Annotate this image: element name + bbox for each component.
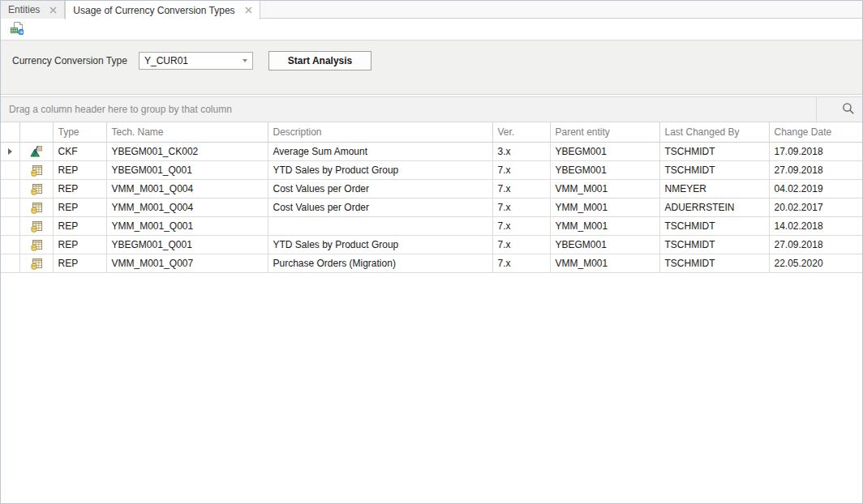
cell-type[interactable]: REP — [53, 179, 106, 198]
row-indicator-arrow — [8, 148, 12, 155]
cell-change-date[interactable]: 22.05.2020 — [769, 254, 862, 272]
report-icon — [30, 220, 43, 231]
cell-type[interactable]: REP — [53, 235, 106, 254]
cell-description[interactable] — [268, 216, 492, 235]
table-row[interactable]: CKF YBEGM001_CK002 Average Sum Amount 3.… — [1, 142, 862, 160]
cell-parent-entity[interactable]: YBEGM001 — [550, 235, 659, 254]
cell-tech-name[interactable]: YBEGM001_CK002 — [106, 142, 268, 160]
icon-column-header — [19, 122, 53, 142]
cell-parent-entity[interactable]: YBEGM001 — [550, 160, 659, 179]
cell-parent-entity[interactable]: YMM_M001 — [550, 198, 659, 216]
row-type-icon-cell — [19, 216, 53, 235]
cell-change-date[interactable]: 27.09.2018 — [769, 235, 862, 254]
cell-description[interactable]: Cost Values per Order — [268, 198, 492, 216]
cell-ver[interactable]: 7.x — [492, 235, 550, 254]
table-row[interactable]: REP VMM_M001_Q007 Purchase Orders (Migra… — [1, 254, 862, 272]
cell-change-date[interactable]: 17.09.2018 — [769, 142, 862, 160]
toolbar — [1, 19, 862, 40]
row-type-icon-cell — [19, 179, 53, 198]
table-row[interactable]: REP YMM_M001_Q004 Cost Values per Order … — [1, 198, 862, 216]
report-icon — [30, 182, 43, 194]
cell-ver[interactable]: 7.x — [492, 216, 550, 235]
tab-entities[interactable]: Entities — [1, 1, 65, 19]
column-header-parent-entity[interactable]: Parent entity — [550, 122, 659, 142]
cell-type[interactable]: CKF — [53, 142, 106, 160]
table-row[interactable]: REP VMM_M001_Q004 Cost Values per Order … — [1, 179, 862, 198]
cell-description[interactable]: YTD Sales by Product Group — [268, 160, 492, 179]
close-icon[interactable] — [49, 6, 57, 14]
analysis-parameter-panel: Currency Conversion Type Y_CUR01 Start A… — [1, 40, 862, 95]
cell-tech-name[interactable]: YBEGM001_Q001 — [106, 160, 268, 179]
cell-tech-name[interactable]: VMM_M001_Q007 — [106, 254, 268, 272]
cell-change-date[interactable]: 20.02.2017 — [769, 198, 862, 216]
cell-type[interactable]: REP — [53, 198, 106, 216]
chevron-down-icon[interactable] — [238, 53, 252, 69]
row-indicator-cell — [1, 179, 19, 198]
column-header-ver[interactable]: Ver. — [492, 122, 550, 142]
cell-tech-name[interactable]: YMM_M001_Q001 — [106, 216, 268, 235]
tab-usage-of-currency-conversion-types[interactable]: Usage of Currency Conversion Types — [65, 1, 260, 19]
cell-parent-entity[interactable]: VMM_M001 — [550, 179, 659, 198]
start-analysis-button[interactable]: Start Analysis — [268, 51, 371, 70]
cell-type[interactable]: REP — [53, 160, 106, 179]
cell-description[interactable]: Purchase Orders (Migration) — [268, 254, 492, 272]
cell-last-changed-by[interactable]: ADUERRSTEIN — [659, 198, 769, 216]
cell-description[interactable]: Average Sum Amount — [268, 142, 492, 160]
cell-parent-entity[interactable]: VMM_M001 — [550, 254, 659, 272]
calculated-key-figure-icon — [30, 145, 43, 156]
cell-parent-entity[interactable]: YBEGM001 — [550, 142, 659, 160]
cell-tech-name[interactable]: YMM_M001_Q004 — [106, 198, 268, 216]
column-header-last-changed-by[interactable]: Last Changed By — [659, 122, 769, 142]
close-icon[interactable] — [245, 6, 252, 14]
row-type-icon-cell — [19, 254, 53, 272]
cell-change-date[interactable]: 27.09.2018 — [769, 160, 862, 179]
grid-header-row: Type Tech. Name Description Ver. Parent … — [1, 122, 862, 142]
group-by-hint-text: Drag a column header here to group by th… — [9, 104, 232, 115]
cell-last-changed-by[interactable]: TSCHMIDT — [659, 235, 769, 254]
cell-last-changed-by[interactable]: TSCHMIDT — [659, 216, 769, 235]
cell-type[interactable]: REP — [53, 254, 106, 272]
cell-parent-entity[interactable]: YMM_M001 — [550, 216, 659, 235]
column-header-change-date[interactable]: Change Date — [769, 122, 862, 142]
cell-type[interactable]: REP — [53, 216, 106, 235]
cell-tech-name[interactable]: VMM_M001_Q004 — [106, 179, 268, 198]
cell-ver[interactable]: 7.x — [492, 160, 550, 179]
table-row[interactable]: REP YBEGM001_Q001 YTD Sales by Product G… — [1, 235, 862, 254]
row-indicator-cell — [1, 160, 19, 179]
tab-label: Entities — [8, 4, 40, 15]
export-to-excel-button[interactable] — [6, 20, 26, 38]
cell-last-changed-by[interactable]: NMEYER — [659, 179, 769, 198]
cell-ver[interactable]: 7.x — [492, 254, 550, 272]
table-row[interactable]: REP YBEGM001_Q001 YTD Sales by Product G… — [1, 160, 862, 179]
search-divider — [816, 97, 817, 122]
cell-ver[interactable]: 7.x — [492, 198, 550, 216]
column-header-tech-name[interactable]: Tech. Name — [106, 122, 268, 142]
group-by-panel[interactable]: Drag a column header here to group by th… — [1, 96, 862, 122]
cell-description[interactable]: YTD Sales by Product Group — [268, 235, 492, 254]
search-icon — [842, 102, 855, 117]
cell-tech-name[interactable]: YBEGM001_Q001 — [106, 235, 268, 254]
cell-last-changed-by[interactable]: TSCHMIDT — [659, 142, 769, 160]
app-window: { "tab_bar": { "tabs": [ { "label": "Ent… — [0, 0, 863, 504]
column-header-type[interactable]: Type — [53, 122, 106, 142]
usage-results-grid: Type Tech. Name Description Ver. Parent … — [1, 122, 862, 273]
report-icon — [30, 238, 43, 250]
cell-ver[interactable]: 7.x — [492, 179, 550, 198]
column-header-description[interactable]: Description — [268, 122, 492, 142]
search-button[interactable] — [841, 102, 856, 117]
cell-change-date[interactable]: 14.02.2018 — [769, 216, 862, 235]
cell-last-changed-by[interactable]: TSCHMIDT — [659, 160, 769, 179]
row-indicator-cell — [1, 235, 19, 254]
cell-description[interactable]: Cost Values per Order — [268, 179, 492, 198]
row-indicator-cell — [1, 198, 19, 216]
report-icon — [30, 201, 43, 212]
report-icon — [30, 257, 43, 268]
table-row[interactable]: REP YMM_M001_Q001 7.x YMM_M001 TSCHMIDT … — [1, 216, 862, 235]
cell-ver[interactable]: 3.x — [492, 142, 550, 160]
cell-last-changed-by[interactable]: TSCHMIDT — [659, 254, 769, 272]
document-tab-bar: Entities Usage of Currency Conversion Ty… — [1, 1, 862, 19]
row-type-icon-cell — [19, 142, 53, 160]
row-indicator-cell — [1, 142, 19, 160]
cell-change-date[interactable]: 04.02.2019 — [769, 179, 862, 198]
currency-conversion-type-combobox[interactable]: Y_CUR01 — [139, 52, 253, 70]
